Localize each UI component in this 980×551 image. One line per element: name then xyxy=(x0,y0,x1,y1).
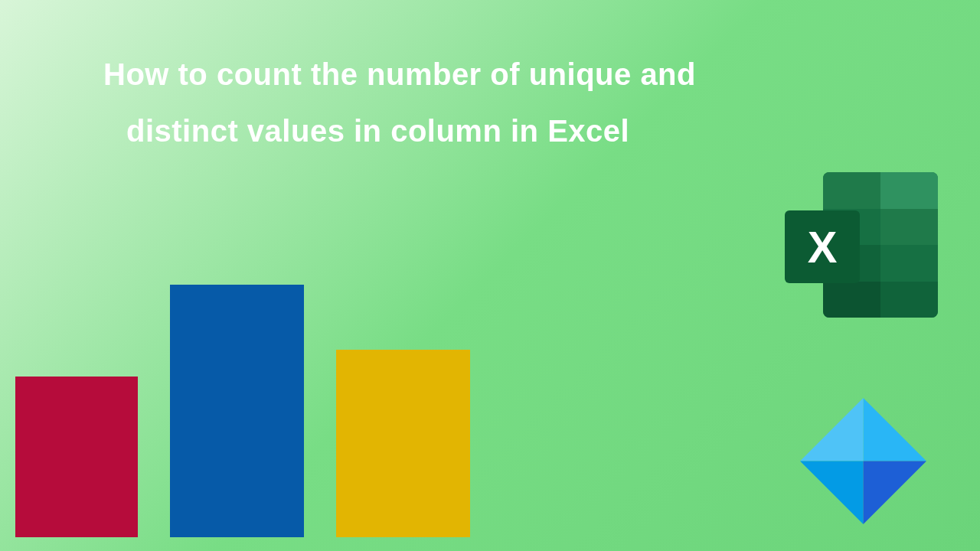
title-line-2: distinct values in column in Excel xyxy=(103,103,869,159)
bar-2 xyxy=(170,285,304,537)
windows-club-icon xyxy=(800,398,926,524)
bar-3 xyxy=(336,350,470,537)
svg-marker-1 xyxy=(800,398,864,461)
title-line-1: How to count the number of unique and xyxy=(103,46,869,103)
svg-marker-3 xyxy=(864,461,927,525)
excel-icon: X xyxy=(785,172,938,318)
bar-1 xyxy=(15,377,138,537)
bar-chart xyxy=(0,277,536,537)
page-title: How to count the number of unique and di… xyxy=(103,46,869,159)
excel-x-letter: X xyxy=(785,210,860,283)
svg-marker-2 xyxy=(800,461,864,525)
svg-marker-0 xyxy=(864,398,927,461)
